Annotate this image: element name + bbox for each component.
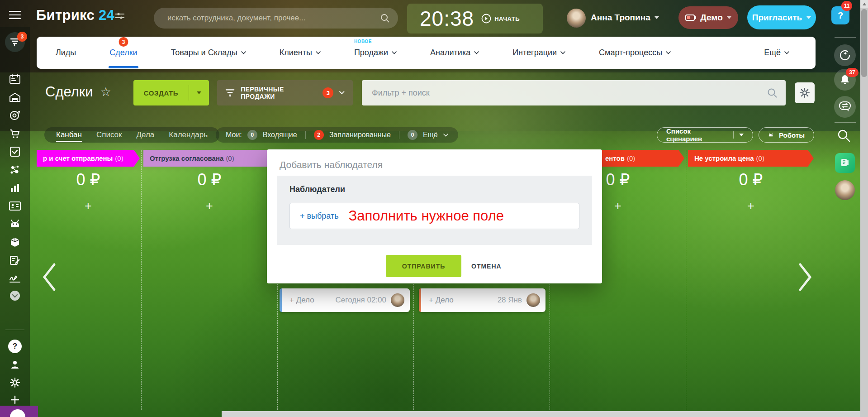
incoming-label[interactable]: Входящие xyxy=(263,131,297,139)
clock-time: 20:38 xyxy=(420,6,474,31)
nav-item-clients[interactable]: Клиенты xyxy=(280,48,321,58)
card-stage-accent xyxy=(280,288,282,312)
deal-card[interactable]: + Дело Сегодня 02:00 xyxy=(280,288,410,312)
nav-item-leads[interactable]: Лиды xyxy=(56,48,76,58)
right-search-icon[interactable] xyxy=(837,129,851,145)
view-settings-button[interactable] xyxy=(795,82,815,103)
horizontal-scrollbar[interactable] xyxy=(222,411,860,417)
sidebar-item-documents[interactable] xyxy=(0,253,30,268)
counter-divider xyxy=(399,131,399,139)
scenarios-button[interactable]: Список сценариев xyxy=(657,127,753,143)
nav-item-integrations[interactable]: Интеграции xyxy=(512,48,565,58)
filter-search-input[interactable] xyxy=(362,80,786,105)
cancel-button[interactable]: ОТМЕНА xyxy=(471,255,502,277)
sidebar-item-tasks[interactable] xyxy=(0,72,30,87)
user-avatar[interactable] xyxy=(567,9,586,28)
add-deal-button[interactable]: + xyxy=(706,199,796,213)
create-button[interactable]: СОЗДАТЬ xyxy=(133,80,209,105)
sidebar-item-analytics[interactable] xyxy=(0,180,30,196)
chevron-down-icon xyxy=(560,51,565,54)
view-kanban[interactable]: Канбан xyxy=(56,130,82,139)
filter-preset-button[interactable]: ПЕРВИЧНЫЕ ПРОДАЖИ 3 xyxy=(217,80,353,105)
search-icon[interactable] xyxy=(767,87,778,100)
sidebar-item-crm[interactable]: 3 xyxy=(0,34,30,50)
kanban-column-header-shipping-approved[interactable]: Отгрузка согласована(0) xyxy=(143,150,276,167)
scroll-right-icon[interactable] xyxy=(797,263,813,293)
android-icon xyxy=(9,219,21,229)
updates-button[interactable] xyxy=(834,44,856,66)
add-activity-link[interactable]: + Дело xyxy=(289,296,314,305)
planned-label[interactable]: Запланированные xyxy=(329,131,391,139)
nav-item-products[interactable]: Товары и Склады xyxy=(171,48,246,58)
logo-number: 24 xyxy=(99,7,114,23)
warehouse-icon xyxy=(9,92,21,103)
add-deal-button[interactable]: + xyxy=(164,199,255,213)
my-counters: Мои: 0 Входящие 2 Запланированные 0 Ещё xyxy=(216,127,458,143)
robots-button[interactable]: Роботы xyxy=(759,127,814,143)
chevron-down-icon xyxy=(666,51,671,54)
id-card-icon xyxy=(9,201,21,211)
more-label[interactable]: Ещё xyxy=(423,131,438,139)
invite-button[interactable]: Пригласить xyxy=(747,5,816,29)
messenger-button[interactable] xyxy=(834,96,856,118)
view-list[interactable]: Список xyxy=(96,130,122,139)
observers-input[interactable]: + выбрать Заполнить нужное поле xyxy=(289,203,579,229)
nav-item-analytics[interactable]: Аналитика xyxy=(430,48,479,58)
nav-item-deals[interactable]: Сделки 3 xyxy=(109,48,137,58)
sidebar-help-button[interactable]: ? xyxy=(0,339,30,354)
user-menu[interactable]: Анна Тропина xyxy=(591,13,659,23)
add-deal-button[interactable]: + xyxy=(43,199,133,213)
sidebar-item-warehouse[interactable] xyxy=(0,90,30,105)
sidebar-item-shop[interactable] xyxy=(0,126,30,141)
scroll-up-button[interactable] xyxy=(860,0,868,8)
add-observer-modal: Добавить наблюдателя Наблюдатели + выбра… xyxy=(267,149,602,283)
sidebar-item-marketplace[interactable] xyxy=(0,235,30,250)
modal-title: Добавить наблюдателя xyxy=(280,159,383,170)
add-activity-link[interactable]: + Дело xyxy=(429,296,454,305)
view-calendar[interactable]: Календарь xyxy=(169,130,208,139)
right-rail-avatar[interactable] xyxy=(835,180,855,200)
refresh-star-icon xyxy=(839,49,851,62)
card-avatar xyxy=(391,293,404,307)
global-search-input[interactable] xyxy=(154,8,398,29)
sidebar-item-robots[interactable] xyxy=(0,216,30,232)
kanban-column-header-invoice-sent[interactable]: р и счет отправлены(0) xyxy=(37,150,140,167)
sidebar-item-sites[interactable] xyxy=(0,144,30,159)
scroll-left-icon[interactable] xyxy=(42,263,57,293)
nav-item-sales[interactable]: НОВОЕ Продажи xyxy=(354,48,397,58)
chevron-down-icon xyxy=(474,51,479,54)
sidebar-item-marketing[interactable] xyxy=(0,108,30,123)
sidebar-item-processes[interactable] xyxy=(0,162,30,177)
chevron-down-icon xyxy=(339,91,345,95)
notes-app-tile[interactable] xyxy=(835,153,855,173)
search-icon[interactable] xyxy=(380,13,390,25)
vertical-scrollbar[interactable] xyxy=(860,0,868,417)
scrollbar-thumb[interactable] xyxy=(861,9,867,77)
sidebar-item-company[interactable] xyxy=(0,198,30,214)
favorite-star-icon[interactable]: ☆ xyxy=(100,85,111,99)
create-dropdown[interactable] xyxy=(189,91,209,94)
main-navigation: Лиды Сделки 3 Товары и Склады Клиенты НО… xyxy=(37,37,816,69)
sidebar-settings[interactable] xyxy=(0,375,30,390)
submit-button[interactable]: ОТПРАВИТЬ xyxy=(386,255,461,277)
sidebar-employees[interactable] xyxy=(0,357,30,372)
observers-field-label: Наблюдатели xyxy=(289,185,345,194)
sidebar-item-sign[interactable] xyxy=(0,271,30,286)
sidebar-collapse[interactable] xyxy=(0,288,30,303)
nav-item-more[interactable]: Ещё xyxy=(764,48,789,58)
kanban-column-header-price-rejected[interactable]: Не устроила цена(0) xyxy=(688,150,814,167)
nav-item-smart-processes[interactable]: Смарт-процессы xyxy=(599,48,671,58)
demo-plan-button[interactable]: Демо xyxy=(678,6,738,29)
view-activities[interactable]: Дела xyxy=(137,130,155,139)
select-observer-link[interactable]: + выбрать xyxy=(300,211,339,221)
deal-card[interactable]: + Дело 28 Янв xyxy=(419,288,545,312)
robots-label: Роботы xyxy=(779,131,805,139)
logo-settings-icon[interactable] xyxy=(115,12,125,22)
hamburger-menu-icon[interactable] xyxy=(9,11,21,19)
sidebar-add-button[interactable] xyxy=(0,392,30,407)
doc-edit-icon xyxy=(9,255,20,266)
target-icon xyxy=(9,110,21,121)
preset-label: ПЕРВИЧНЫЕ ПРОДАЖИ xyxy=(241,86,317,100)
arrow-up-icon xyxy=(863,3,866,5)
start-workday-button[interactable]: НАЧАТЬ xyxy=(481,14,520,24)
